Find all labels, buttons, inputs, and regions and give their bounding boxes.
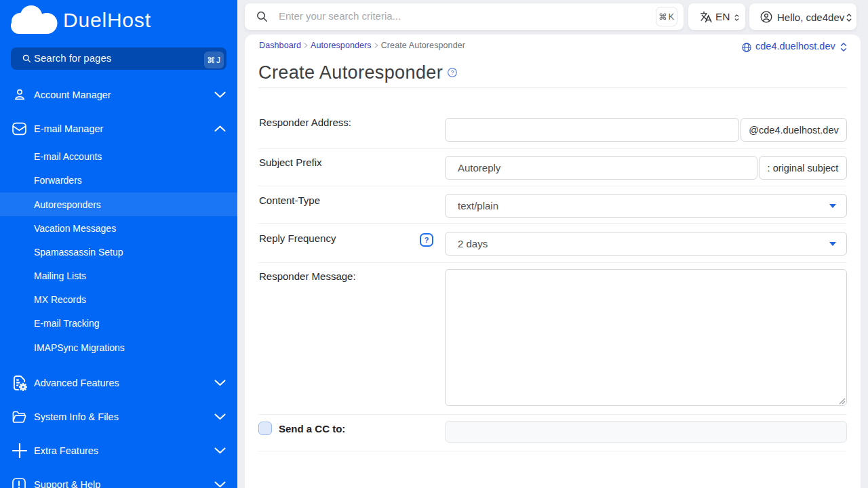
- svg-text:?: ?: [451, 69, 454, 76]
- svg-text:?: ?: [425, 236, 429, 244]
